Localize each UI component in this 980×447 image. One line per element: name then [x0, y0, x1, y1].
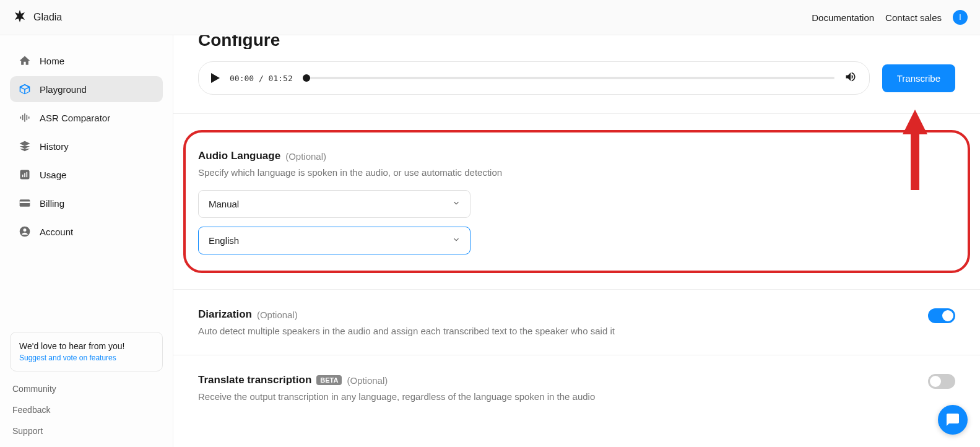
svg-rect-6: [22, 175, 24, 177]
feedback-link[interactable]: Feedback: [12, 405, 163, 415]
sidebar-item-asr-comparator[interactable]: ASR Comparator: [10, 105, 163, 131]
sidebar-item-label: Usage: [40, 170, 66, 180]
sidebar-item-label: ASR Comparator: [40, 113, 110, 123]
player-row: 00:00 / 01:52 Transcribe: [173, 61, 980, 114]
svg-rect-10: [20, 202, 30, 204]
user-icon: [19, 225, 31, 238]
audio-player: 00:00 / 01:52: [198, 61, 870, 95]
optional-label: (Optional): [257, 310, 298, 320]
chart-icon: [19, 168, 31, 181]
documentation-link[interactable]: Documentation: [812, 12, 874, 23]
language-mode-select[interactable]: Manual: [198, 190, 470, 218]
sidebar-item-playground[interactable]: Playground: [10, 76, 163, 102]
page-title: Configure: [173, 35, 980, 49]
waveform-icon: [19, 111, 31, 124]
transcribe-button[interactable]: Transcribe: [882, 64, 955, 92]
sidebar-item-history[interactable]: History: [10, 133, 163, 159]
volume-icon[interactable]: [844, 71, 857, 85]
section-title-text: Diarization: [198, 308, 252, 321]
section-description: Auto detect multiple speakers in the aud…: [198, 326, 615, 336]
footer-links: Community Feedback Support: [10, 384, 163, 436]
brand-name: Gladia: [33, 12, 62, 23]
sidebar-item-label: Account: [40, 227, 73, 237]
language-select[interactable]: English: [198, 227, 470, 254]
diarization-section: Diarization (Optional) Auto detect multi…: [173, 290, 980, 355]
diarization-toggle[interactable]: [928, 308, 955, 323]
sidebar-item-label: History: [40, 141, 69, 152]
svg-rect-1: [22, 115, 24, 120]
svg-point-12: [24, 228, 27, 232]
main-content: Configure 00:00 / 01:52 Transcribe Audio…: [173, 35, 980, 447]
cube-icon: [19, 83, 31, 95]
translate-toggle[interactable]: [928, 374, 955, 389]
section-title-text: Audio Language: [198, 150, 280, 162]
translate-section: Translate transcription BETA (Optional) …: [173, 355, 980, 420]
sidebar-item-home[interactable]: Home: [10, 48, 163, 74]
feedback-title: We'd love to hear from you!: [19, 341, 154, 351]
sidebar-item-label: Playground: [40, 84, 87, 95]
logo-section[interactable]: Gladia: [12, 9, 62, 26]
section-title-text: Translate transcription: [198, 374, 311, 386]
time-display: 00:00 / 01:52: [230, 74, 293, 83]
support-link[interactable]: Support: [12, 426, 163, 436]
svg-rect-8: [27, 172, 28, 177]
layers-icon: [19, 140, 31, 152]
feedback-suggest-link[interactable]: Suggest and vote on features: [19, 354, 154, 362]
sidebar-item-account[interactable]: Account: [10, 219, 163, 245]
sidebar-item-usage[interactable]: Usage: [10, 162, 163, 188]
optional-label: (Optional): [285, 151, 326, 162]
header-right: Documentation Contact sales I: [812, 10, 968, 25]
chat-widget-button[interactable]: [938, 405, 968, 435]
home-icon: [19, 54, 31, 67]
sidebar-item-label: Billing: [40, 198, 64, 209]
brand-logo-icon: [12, 9, 27, 26]
sidebar-item-label: Home: [40, 56, 64, 66]
highlight-annotation: Audio Language (Optional) Specify which …: [183, 130, 970, 273]
sidebar: Home Playground ASR Comparator History: [0, 35, 173, 447]
contact-sales-link[interactable]: Contact sales: [885, 12, 942, 23]
play-button[interactable]: [211, 73, 220, 83]
svg-rect-0: [20, 116, 22, 118]
feedback-box: We'd love to hear from you! Suggest and …: [10, 332, 163, 371]
avatar[interactable]: I: [953, 10, 968, 25]
svg-rect-4: [28, 116, 30, 118]
svg-rect-7: [24, 173, 25, 178]
card-icon: [19, 197, 31, 209]
community-link[interactable]: Community: [12, 384, 163, 394]
beta-badge: BETA: [316, 375, 342, 385]
optional-label: (Optional): [347, 375, 388, 386]
svg-rect-3: [27, 115, 28, 120]
section-description: Specify which language is spoken in the …: [198, 167, 955, 178]
sidebar-item-billing[interactable]: Billing: [10, 190, 163, 216]
audio-language-section: Audio Language (Optional) Specify which …: [173, 114, 980, 290]
svg-rect-2: [24, 113, 25, 121]
section-description: Receive the output transcription in any …: [198, 391, 595, 402]
app-header: Gladia Documentation Contact sales I: [0, 0, 980, 35]
seek-track[interactable]: [303, 77, 835, 79]
